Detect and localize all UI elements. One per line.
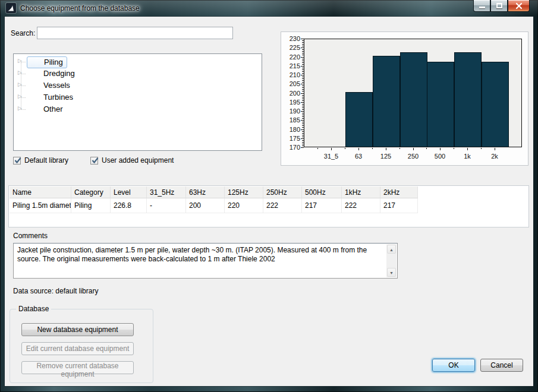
search-input[interactable] — [37, 27, 233, 39]
equipment-table[interactable]: NameCategoryLevel31_5Hz63Hz125Hz250Hz500… — [8, 185, 529, 227]
tree-connector — [21, 62, 26, 62]
column-header-name[interactable]: Name — [10, 186, 71, 198]
y-axis-minor-tick — [302, 116, 304, 117]
checkmark-icon — [14, 156, 22, 165]
equipment-tree[interactable]: ▷Piling▷Dredging▷Vessels▷Turbines▷Other — [13, 53, 262, 151]
tree-item-vessels[interactable]: ▷Vessels — [14, 80, 262, 91]
database-group-label: Database — [16, 305, 51, 313]
y-axis-minor-tick — [302, 131, 304, 132]
comments-scrollbar[interactable]: ▲ ▼ — [386, 244, 397, 277]
table-cell[interactable]: 226.8 — [111, 198, 147, 213]
y-axis-minor-tick — [302, 106, 304, 106]
comments-label: Comments — [13, 232, 48, 240]
table-cell[interactable]: 222 — [342, 198, 380, 213]
y-axis-minor-tick — [302, 69, 304, 70]
scroll-down-icon[interactable]: ▼ — [387, 268, 396, 277]
titlebar[interactable]: Choose equipment from the database — [0, 0, 538, 17]
y-axis-minor-tick — [302, 95, 304, 96]
y-axis-minor-tick — [302, 49, 304, 50]
close-button[interactable] — [508, 0, 530, 12]
chart-plot-area — [304, 39, 522, 147]
tree-connector — [21, 86, 26, 86]
x-axis-minor-tick — [481, 148, 482, 149]
y-axis-minor-tick — [302, 80, 304, 81]
y-axis-major-tick — [301, 39, 304, 39]
y-axis-minor-tick — [302, 71, 304, 72]
y-axis-major-tick — [301, 111, 304, 112]
table-cell[interactable]: 220 — [225, 198, 263, 213]
column-header-125hz[interactable]: 125Hz — [225, 186, 263, 198]
y-axis-major-tick — [301, 93, 304, 94]
table-cell[interactable]: - — [147, 198, 186, 213]
scroll-up-icon[interactable]: ▲ — [387, 245, 396, 254]
tree-item-turbines[interactable]: ▷Turbines — [14, 91, 262, 103]
y-axis-major-tick — [301, 75, 304, 75]
expand-icon[interactable]: ▷ — [18, 81, 22, 87]
edit-database-equipment-button[interactable]: Edit current database equipment — [21, 342, 134, 355]
spectrum-chart: 1701751801851901952002052102152202252303… — [281, 31, 528, 166]
tree-item-label[interactable]: Dredging — [40, 68, 78, 79]
x-axis-tick-label: 31_5 — [324, 153, 338, 160]
checkbox-icon[interactable] — [90, 157, 98, 165]
table-cell[interactable]: 200 — [186, 198, 225, 213]
tree-item-dredging[interactable]: ▷Dredging — [14, 68, 262, 80]
y-axis-tick-label: 210 — [282, 71, 300, 78]
y-axis-major-tick — [301, 147, 304, 148]
tree-item-label[interactable]: Other — [40, 104, 67, 115]
y-axis-tick-label: 190 — [282, 108, 300, 115]
bar-500 — [427, 62, 454, 147]
bar-63 — [345, 92, 373, 147]
column-header-31_5hz[interactable]: 31_5Hz — [147, 186, 186, 198]
table-cell[interactable]: Piling — [71, 198, 111, 213]
remove-database-equipment-button[interactable]: Remove current database equipment — [21, 361, 134, 374]
minimize-button[interactable] — [473, 0, 490, 12]
tree-item-label[interactable]: Vessels — [40, 80, 74, 91]
column-header-63hz[interactable]: 63Hz — [186, 186, 225, 198]
y-axis-tick-label: 170 — [282, 144, 300, 151]
tree-item-label[interactable]: Piling — [27, 56, 67, 68]
y-axis-minor-tick — [302, 115, 304, 115]
checkbox-icon[interactable] — [13, 157, 21, 165]
expand-icon[interactable]: ▷ — [18, 69, 22, 75]
y-axis-minor-tick — [302, 137, 304, 137]
cancel-button[interactable]: Cancel — [480, 359, 523, 372]
table-cell[interactable]: 217 — [380, 198, 418, 213]
table-cell[interactable]: 222 — [263, 198, 302, 213]
tree-item-other[interactable]: ▷Other — [14, 103, 262, 115]
y-axis-minor-tick — [302, 144, 304, 144]
y-axis-minor-tick — [302, 108, 304, 108]
x-axis-tick-label: 1k — [464, 153, 471, 160]
y-axis-minor-tick — [302, 113, 304, 113]
column-header-category[interactable]: Category — [71, 186, 111, 198]
y-axis-minor-tick — [302, 82, 304, 83]
default-library-label: Default library — [24, 156, 68, 165]
expand-icon[interactable]: ▷ — [18, 105, 22, 111]
x-axis-minor-tick — [372, 148, 373, 149]
y-axis-major-tick — [301, 48, 304, 48]
expand-icon[interactable]: ▷ — [18, 58, 22, 64]
column-header-1khz[interactable]: 1kHz — [342, 186, 380, 198]
tree-item-label[interactable]: Turbines — [40, 92, 77, 103]
column-header-2khz[interactable]: 2kHz — [380, 186, 418, 198]
expand-icon[interactable]: ▷ — [18, 93, 22, 99]
column-header-500hz[interactable]: 500Hz — [302, 186, 342, 198]
y-axis-major-tick — [301, 66, 304, 67]
y-axis-minor-tick — [302, 140, 304, 141]
maximize-button[interactable] — [490, 0, 508, 12]
table-cell[interactable]: Piling 1.5m diameter — [10, 198, 71, 213]
x-axis-major-tick — [331, 148, 332, 150]
table-cell[interactable]: 217 — [302, 198, 342, 213]
tree-item-piling[interactable]: ▷Piling — [14, 56, 262, 68]
y-axis-minor-tick — [302, 51, 304, 52]
column-header-level[interactable]: Level — [111, 186, 147, 198]
x-axis-major-tick — [495, 148, 495, 150]
new-database-equipment-button[interactable]: New database equipment — [21, 323, 134, 336]
default-library-checkbox[interactable]: Default library — [13, 156, 68, 165]
comments-field[interactable]: Jacket pile construction, diameter 1.5 m… — [13, 243, 398, 279]
ok-button[interactable]: OK — [432, 359, 475, 372]
column-header-250hz[interactable]: 250Hz — [263, 186, 302, 198]
x-axis-tick-label: 125 — [380, 153, 391, 160]
y-axis-minor-tick — [302, 77, 304, 77]
user-added-equipment-checkbox[interactable]: User added equipment — [90, 156, 174, 165]
dialog-window: Choose equipment from the database Searc… — [0, 0, 538, 392]
